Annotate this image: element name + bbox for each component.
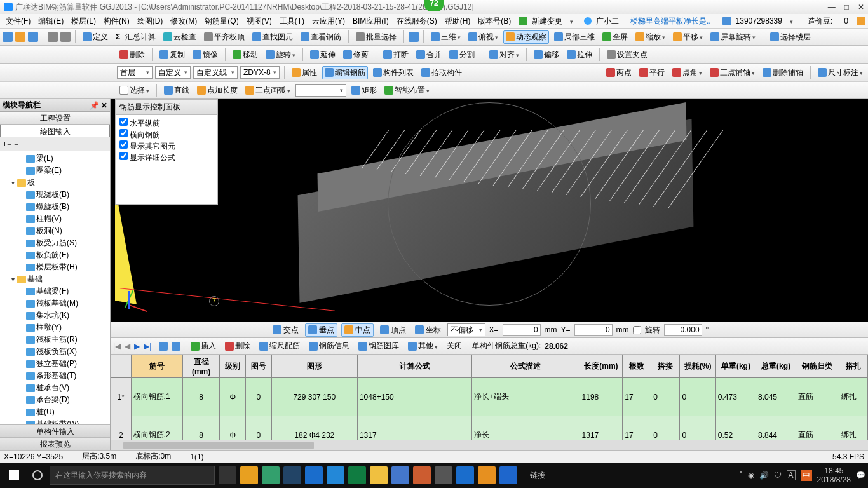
tree-node-独立基础(P)[interactable]: 独立基础(P)	[1, 358, 109, 370]
screenrot-button[interactable]: 屏幕旋转	[708, 30, 758, 44]
task-app-1[interactable]	[219, 466, 236, 484]
tree-node-螺旋板(B)[interactable]: 螺旋板(B)	[1, 201, 109, 213]
menu-cloud[interactable]: 云应用(Y)	[309, 15, 348, 28]
task-app-6[interactable]	[413, 466, 431, 484]
grid-ico2[interactable]	[172, 342, 180, 351]
task-app-8[interactable]	[478, 466, 496, 484]
split-button[interactable]: 分割	[447, 48, 477, 62]
cell-0-14[interactable]: 直筋	[796, 378, 839, 416]
cell-0-13[interactable]: 8.045	[756, 378, 796, 416]
snap-vertex[interactable]: 顶点	[377, 324, 409, 336]
stretch-button[interactable]: 拉伸	[564, 48, 595, 62]
tab-project-settings[interactable]: 工程设置	[0, 112, 110, 125]
setclamp-button[interactable]: 设置夹点	[604, 48, 650, 62]
select-button[interactable]: 选择	[117, 84, 152, 97]
viewrebar-button[interactable]: 查看钢筋	[298, 30, 344, 44]
pin-icon[interactable]: 📌 ✕	[90, 101, 107, 110]
cell-0-8[interactable]: 1198	[580, 378, 623, 416]
tree-node-现浇板(B)[interactable]: 现浇板(B)	[1, 189, 109, 201]
gift-icon[interactable]	[857, 17, 865, 25]
line-button[interactable]: 直线	[161, 84, 192, 97]
fullscreen-button[interactable]: 全屏	[600, 30, 630, 44]
tree-node-柱帽(V)[interactable]: 柱帽(V)	[1, 213, 109, 225]
cell-0-0[interactable]: 1*	[111, 378, 132, 416]
tray-up-icon[interactable]: ˄	[739, 471, 743, 480]
menu-online[interactable]: 在线服务(S)	[393, 15, 440, 28]
tree-node-筏板基础(M)[interactable]: 筏板基础(M)	[1, 297, 109, 309]
align-button[interactable]: 对齐	[487, 48, 522, 62]
delete-button[interactable]: 删除	[117, 48, 147, 62]
flatroof-button[interactable]: 平齐板顶	[201, 30, 247, 44]
threeptaux-button[interactable]: 三点辅轴	[707, 66, 757, 79]
code-dropdown[interactable]: ZDYX-8	[240, 66, 280, 79]
zoom-button[interactable]: 缩放	[633, 30, 668, 44]
tree-node-板受力筋(S)[interactable]: 板受力筋(S)	[1, 237, 109, 249]
tree-node-板负筋(F)[interactable]: 板负筋(F)	[1, 249, 109, 261]
task-edge[interactable]	[305, 466, 323, 484]
other-button[interactable]: 其他	[405, 339, 440, 353]
tree-node-基础板带(W)[interactable]: 基础板带(W)	[1, 418, 109, 424]
maximize-button[interactable]: □	[844, 3, 849, 11]
tray-clock[interactable]: 18:452018/8/28	[817, 466, 851, 484]
tray-shield-icon[interactable]: 🛡	[774, 471, 782, 480]
smart-button[interactable]: 智能布置	[382, 84, 432, 97]
addlen-button[interactable]: 点加长度	[194, 84, 240, 97]
task-app-4[interactable]	[283, 466, 301, 484]
task-app-9[interactable]	[499, 466, 517, 484]
3d-button[interactable]: 三维	[428, 30, 463, 44]
x-input[interactable]	[503, 324, 541, 336]
nav-first[interactable]: |◀	[113, 342, 121, 351]
delete-row-button[interactable]: 删除	[222, 339, 253, 353]
findgraph-button[interactable]: 查找图元	[250, 30, 295, 44]
rotate-button[interactable]: 旋转	[263, 48, 298, 62]
tree-node-桩(U)[interactable]: 桩(U)	[1, 406, 109, 418]
cell-0-15[interactable]: 绑扎	[839, 378, 867, 416]
arc3-button[interactable]: 三点画弧	[243, 84, 293, 97]
new-file-icon[interactable]	[3, 32, 13, 42]
menu-file[interactable]: 文件(F)	[3, 15, 34, 28]
selfloor-button[interactable]: 选择楼层	[768, 30, 813, 44]
score-badge[interactable]: 72	[424, 0, 444, 11]
taskbar-search[interactable]: 在这里输入你要搜索的内容	[50, 466, 215, 485]
tray-ime-lang[interactable]: 中	[801, 470, 812, 481]
close-button[interactable]: ✕	[858, 3, 864, 11]
user-button[interactable]: 广小二	[581, 13, 625, 29]
editrebar-button[interactable]: 编辑钢筋	[322, 66, 368, 79]
menu-view[interactable]: 视图(V)	[243, 15, 275, 28]
pointangle-button[interactable]: 点角	[670, 66, 705, 79]
copy-button[interactable]: 复制	[157, 48, 187, 62]
extend-button[interactable]: 延伸	[308, 48, 338, 62]
sumcalc-button[interactable]: Σ 汇总计算	[113, 30, 158, 44]
component-tree[interactable]: 梁(L)圈梁(E)▾板现浇板(B)螺旋板(B)柱帽(V)板洞(N)板受力筋(S)…	[0, 151, 110, 424]
tree-expand-icon[interactable]: +−	[3, 140, 11, 149]
cp-option-水平纵筋[interactable]: 水平纵筋	[119, 118, 214, 129]
dynview-button[interactable]: 动态观察	[503, 30, 549, 44]
define-button[interactable]: 定义	[80, 30, 111, 44]
task-link-label[interactable]: 链接	[530, 470, 545, 481]
h-scrollbar[interactable]	[111, 440, 868, 450]
dim-button[interactable]: 尺寸标注	[815, 66, 865, 79]
batchsel-button[interactable]: 批量选择	[353, 30, 399, 44]
cell-0-12[interactable]: 0.473	[715, 378, 756, 416]
tab-single-input[interactable]: 单构件输入	[0, 424, 110, 437]
menu-tools[interactable]: 工具(T)	[276, 15, 308, 28]
start-button[interactable]	[3, 465, 25, 485]
complist-button[interactable]: 构件列表	[370, 66, 416, 79]
tree-collapse-icon[interactable]: −	[14, 140, 18, 149]
tray-network-icon[interactable]: ◉	[748, 471, 754, 480]
custom-dropdown[interactable]: 自定义	[155, 66, 191, 79]
menu-component[interactable]: 构件(N)	[100, 15, 133, 28]
minimize-button[interactable]: —	[828, 3, 836, 11]
cp-option-显示详细公式[interactable]: 显示详细公式	[119, 152, 214, 163]
3d-viewport[interactable]: 钢筋显示控制面板 水平纵筋 横向钢筋 显示其它图元 显示详细公式 7	[111, 99, 868, 322]
menu-draw[interactable]: 绘图(D)	[134, 15, 166, 28]
rebarlib-button[interactable]: 钢筋图库	[356, 339, 402, 353]
cp-option-显示其它图元[interactable]: 显示其它图元	[119, 140, 214, 152]
help-link[interactable]: 楼梯里高端平板净长是..	[627, 15, 714, 28]
cell-0-2[interactable]: 8	[182, 378, 220, 416]
nav-prev[interactable]: ◀	[125, 342, 130, 351]
props-button[interactable]: 属性	[289, 66, 320, 79]
cell-0-9[interactable]: 17	[623, 378, 651, 416]
rebar-display-panel[interactable]: 钢筋显示控制面板 水平纵筋 横向钢筋 显示其它图元 显示详细公式	[115, 99, 218, 205]
cell-0-6[interactable]: 1048+150	[357, 378, 471, 416]
